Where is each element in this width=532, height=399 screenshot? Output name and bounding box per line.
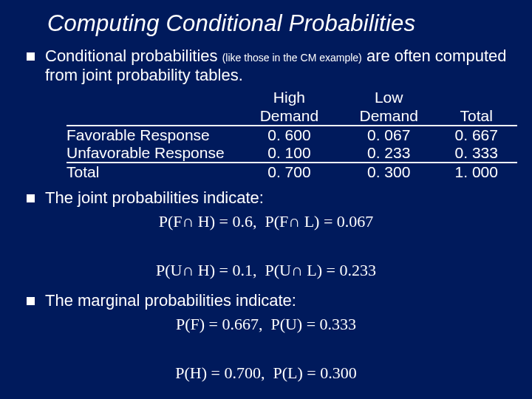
cell: 0. 100 — [242, 144, 342, 163]
bullet-3: The marginal probabilities indicate: — [27, 291, 511, 310]
cell: 0. 067 — [342, 126, 442, 144]
bullet-1-part-a: Conditional probabilities — [45, 47, 222, 65]
table-row: Unfavorable Response 0. 100 0. 233 0. 33… — [66, 144, 517, 163]
probability-table-wrap: High Low Demand Demand Total Favorable R… — [66, 89, 511, 181]
bullet-2-text: The joint probabilities indicate: — [45, 188, 511, 208]
joint-formula-line-2: P(U∩ H) = 0.1, P(U∩ L) = 0.233 — [21, 258, 511, 282]
bullet-3-text: The marginal probabilities indicate: — [45, 291, 511, 310]
cell: 0. 233 — [342, 144, 442, 163]
row-label: Total — [66, 163, 242, 181]
bullet-1-small: (like those in the CM example) — [222, 52, 362, 64]
slide: Computing Conditional Probabilities Cond… — [0, 0, 532, 399]
bullet-square-icon — [27, 194, 35, 202]
row-label: Unfavorable Response — [66, 144, 242, 163]
marginal-formula-line-1: P(F) = 0.667, P(U) = 0.333 — [21, 312, 511, 336]
cell: 0. 600 — [242, 126, 342, 144]
col-header-high-2: Demand — [242, 107, 342, 126]
cell: 0. 667 — [442, 126, 517, 144]
col-header-total-1 — [442, 89, 517, 106]
table-header-row-1: High Low — [66, 89, 517, 106]
col-header-low-1: Low — [342, 89, 442, 106]
col-header-high-1: High — [242, 89, 342, 106]
row-label: Favorable Response — [66, 126, 242, 144]
slide-title: Computing Conditional Probabilities — [47, 12, 511, 36]
table-row-total: Total 0. 700 0. 300 1. 000 — [66, 163, 517, 181]
cell: 1. 000 — [442, 163, 517, 181]
cell: 0. 700 — [242, 163, 342, 181]
table-row: Favorable Response 0. 600 0. 067 0. 667 — [66, 126, 517, 144]
table-header-row-2: Demand Demand Total — [66, 107, 517, 126]
joint-formula-block: P(F∩ H) = 0.6, P(F∩ L) = 0.067 P(U∩ H) =… — [21, 209, 511, 282]
joint-formula-line-1: P(F∩ H) = 0.6, P(F∩ L) = 0.067 — [21, 209, 511, 233]
col-header-total-2: Total — [442, 107, 517, 126]
col-header-low-2: Demand — [342, 107, 442, 126]
cell: 0. 300 — [342, 163, 442, 181]
bullet-square-icon — [27, 52, 35, 61]
marginal-formula-block: P(F) = 0.667, P(U) = 0.333 P(H) = 0.700,… — [21, 312, 511, 385]
bullet-square-icon — [27, 297, 35, 305]
marginal-formula-line-2: P(H) = 0.700, P(L) = 0.300 — [21, 361, 511, 385]
probability-table: High Low Demand Demand Total Favorable R… — [66, 89, 517, 181]
bullet-1: Conditional probabilities (like those in… — [27, 47, 511, 85]
cell: 0. 333 — [442, 144, 517, 163]
bullet-1-text: Conditional probabilities (like those in… — [45, 47, 511, 85]
bullet-2: The joint probabilities indicate: — [27, 188, 511, 208]
